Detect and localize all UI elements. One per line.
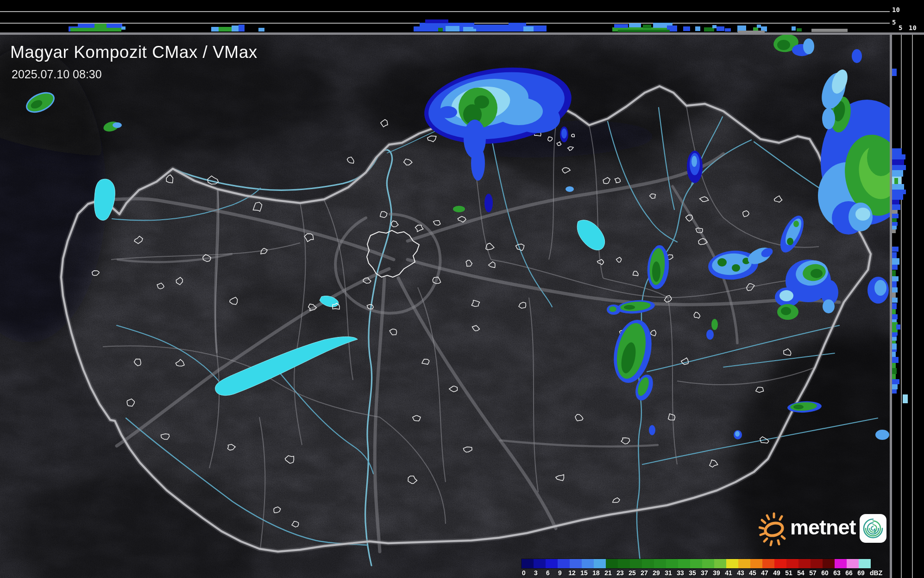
top-profile-echo [107,24,122,28]
dbz-legend: 0369121518212325272931333537394143454749… [522,559,906,577]
right-profile-echo [892,352,896,357]
radar-echo [439,106,457,118]
right-profile-echo [892,247,899,252]
top-profile-echo [738,31,765,32]
radar-app: { "header": { "title": "Magyar Kompozit … [0,0,924,578]
radar-echo [113,122,122,128]
top-profile-echo [757,25,761,28]
right-profile-echo [892,159,904,165]
legend-tick: 25 [626,569,638,577]
page-title: Magyar Kompozit CMax / VMax [10,43,258,62]
radar-echo [793,405,804,409]
legend-tick: 27 [638,569,650,577]
right-profile-echo [892,276,899,281]
radar-echo [803,38,814,54]
radar-echo [735,431,740,437]
right-profile-echo [892,292,896,298]
legend-color-cell [522,559,534,568]
right-profile-echo [892,363,896,368]
right-axis-label-10km: 10 [909,24,917,32]
legend-tick: 3 [530,569,542,577]
top-profile-echo [78,24,94,28]
right-profile-echo [892,190,906,194]
right-profile-echo [892,287,898,292]
right-profile-echo [892,210,898,214]
right-profile-echo [896,324,900,330]
legend-tick: 31 [662,569,674,577]
top-profile-echo [712,25,717,28]
legend-tick: 33 [674,569,686,577]
top-profile-echo [239,25,245,32]
top-profile-echo [121,26,126,30]
radar-echo [474,95,489,108]
right-profile-echo [892,200,899,204]
metnet-logo: metnet [759,509,888,548]
radar-echo [566,186,574,192]
legend-color-cell [690,559,702,568]
top-profile-echo [438,28,443,32]
right-profile-echo [892,229,896,233]
radar-echo [717,258,727,267]
right-profile-echo [892,314,898,319]
right-profile-echo [892,226,897,229]
legend-color-cell [726,559,738,568]
right-profile-strip [892,32,924,578]
legend-tick: 49 [771,569,783,577]
legend-color-cell [786,559,798,568]
legend-color-cell [702,559,714,568]
radar-echo [787,238,793,245]
right-profile-echo [892,154,905,159]
legend-color-cell [642,559,654,568]
top-profile-echo [232,25,239,32]
top-profile-echo [643,25,651,28]
radar-echo [779,290,793,301]
top-profile-echo [725,28,731,32]
legend-color-cell [823,559,835,568]
legend-tick: 63 [831,569,843,577]
right-profile-echo [892,165,906,170]
legend-tick: 57 [807,569,819,577]
legend-color-cell [774,559,786,568]
legend-color-cell [546,559,558,568]
top-profile-echo [219,27,232,32]
right-profile-echo [892,303,897,309]
legend-color-cell [714,559,726,568]
radar-echo [624,305,635,310]
radar-echo [874,280,886,296]
right-profile-echo [892,309,896,314]
right-profile-echo [892,148,902,154]
top-profile-echo [509,23,526,26]
timestamp: 2025.07.10 08:30 [12,68,102,81]
radar-echo [609,306,616,312]
right-profile-echo [892,333,897,337]
radar-echo [852,49,862,63]
legend-tick: 29 [650,569,662,577]
legend-color-cell [847,559,859,568]
legend-tick: 9 [554,569,566,577]
legend-color-cell [859,559,871,568]
right-profile-echo [892,170,903,177]
legend-tick: 39 [710,569,723,577]
right-profile-echo [892,214,899,218]
legend-tick: 60 [819,569,831,577]
legend-tick: 43 [735,569,747,577]
radar-echo [855,208,870,221]
legend-color-cell [666,559,678,568]
legend-color-cell [618,559,630,568]
top-axis-label-10km: 10 [892,6,900,13]
legend-color-cell [582,559,594,568]
radar-echo [777,40,790,50]
legend-colorbar [522,559,871,568]
right-strip-divider [890,32,892,578]
legend-color-cell [738,559,750,568]
legend-tick: 23 [614,569,626,577]
top-profile-echo [614,24,628,28]
legend-color-cell [835,559,847,568]
top-profile-echo [425,19,448,23]
legend-color-cell [798,559,811,568]
legend-tick: 51 [783,569,795,577]
top-profile-echo [811,29,848,32]
top-profile-echo [695,26,700,31]
radar-echo [822,108,835,129]
right-profile-echo [892,184,904,190]
